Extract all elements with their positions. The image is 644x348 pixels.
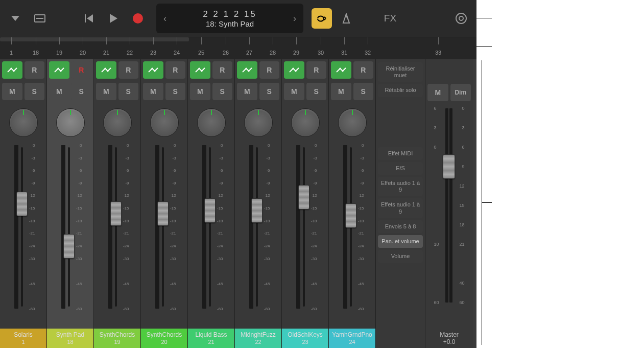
- record-enable-button[interactable]: R: [353, 61, 374, 79]
- fx-button[interactable]: FX: [380, 13, 400, 24]
- next-track-button[interactable]: ›: [293, 13, 296, 24]
- automation-button[interactable]: [331, 61, 351, 79]
- sends-button[interactable]: Envois 5 à 8: [378, 220, 423, 233]
- ruler-mark: [368, 37, 368, 44]
- channel-row1: R: [235, 59, 281, 81]
- fader-cap[interactable]: [251, 198, 263, 223]
- volume-button[interactable]: Volume: [378, 250, 423, 263]
- skip-back-button[interactable]: [79, 8, 99, 29]
- channel-label[interactable]: OldSchlKeys 23: [282, 329, 328, 348]
- fader-cap[interactable]: [204, 198, 216, 223]
- channel-label[interactable]: SynthChords 20: [141, 329, 187, 348]
- record-enable-button[interactable]: R: [118, 61, 139, 79]
- ruler-mark: [438, 37, 439, 44]
- toolbar: ‹ 2 2 1 2 15 18: Synth Pad › FX: [0, 0, 476, 37]
- channel-label[interactable]: Synth Pad 18: [47, 329, 93, 348]
- record-enable-button[interactable]: R: [25, 61, 45, 79]
- fader-cap[interactable]: [157, 201, 169, 226]
- pan-knob[interactable]: [244, 108, 273, 137]
- channel-name: OldSchlKeys: [288, 331, 323, 338]
- mute-button[interactable]: M: [2, 83, 22, 100]
- mute-button[interactable]: M: [143, 83, 163, 100]
- midi-fx-button[interactable]: Effet MIDI: [378, 147, 423, 160]
- solo-button[interactable]: S: [259, 83, 280, 100]
- pan-knob[interactable]: [9, 108, 38, 137]
- gear-icon: [456, 13, 467, 24]
- solo-button[interactable]: S: [25, 83, 45, 100]
- callout-line: [476, 46, 492, 47]
- pan-knob[interactable]: [291, 108, 320, 137]
- automation-button[interactable]: [284, 61, 304, 79]
- ruler-mark: [273, 37, 273, 44]
- mute-button[interactable]: M: [237, 83, 257, 100]
- automation-button[interactable]: [143, 61, 163, 79]
- automation-button[interactable]: [96, 61, 116, 79]
- fader-cap[interactable]: [298, 185, 309, 210]
- channel-label[interactable]: YamhGrndPno 24: [329, 329, 375, 348]
- mute-button[interactable]: M: [331, 83, 351, 100]
- record-enable-button[interactable]: R: [212, 61, 233, 79]
- ruler-mark: [153, 37, 154, 44]
- ruler-label: 1: [10, 50, 13, 56]
- record-button[interactable]: [128, 8, 148, 29]
- pan-knob[interactable]: [197, 108, 226, 137]
- automation-button[interactable]: [237, 61, 257, 79]
- channel-number: 19: [114, 339, 120, 345]
- ruler-mark: [344, 37, 345, 44]
- mute-button[interactable]: M: [96, 83, 116, 100]
- record-enable-button[interactable]: R: [71, 61, 92, 79]
- fader-area: 0-3-6-9-12-15-18-21-24-30-45-60: [282, 143, 328, 329]
- cycle-button[interactable]: [312, 8, 332, 29]
- fader-cap[interactable]: [345, 203, 356, 228]
- channel-label[interactable]: Solaris 1: [0, 329, 46, 348]
- master-mute-button[interactable]: M: [427, 84, 448, 101]
- mute-button[interactable]: M: [49, 83, 69, 100]
- channel-row2: M S: [235, 81, 281, 102]
- solo-button[interactable]: S: [118, 83, 139, 100]
- record-enable-button[interactable]: R: [259, 61, 280, 79]
- channel-name: YamhGrndPno: [332, 331, 372, 338]
- automation-button[interactable]: [2, 61, 22, 79]
- solo-button[interactable]: S: [306, 83, 327, 100]
- inbox-button[interactable]: [30, 8, 50, 29]
- pan-knob[interactable]: [150, 108, 179, 137]
- record-enable-button[interactable]: R: [306, 61, 327, 79]
- reset-solo-button[interactable]: Rétablir solo: [378, 84, 423, 97]
- view-menu-button[interactable]: [5, 8, 26, 29]
- settings-button[interactable]: [451, 8, 471, 29]
- pan-knob[interactable]: [56, 108, 85, 137]
- channel-label[interactable]: Liquid Bass 21: [188, 329, 234, 348]
- master-label: Master +0.0: [425, 329, 473, 348]
- solo-button[interactable]: S: [71, 83, 92, 100]
- level-meter: [108, 145, 112, 309]
- fader-cap[interactable]: [16, 192, 28, 216]
- audio-fx-2-button[interactable]: Effets audio 1 à 9: [378, 198, 423, 218]
- play-button[interactable]: [103, 8, 124, 29]
- mute-button[interactable]: M: [284, 83, 304, 100]
- audio-fx-1-button[interactable]: Effets audio 1 à 9: [378, 177, 423, 196]
- pan-knob[interactable]: [338, 108, 367, 137]
- pan-volume-button[interactable]: Pan. et volume: [378, 235, 423, 248]
- fader-cap[interactable]: [110, 201, 122, 226]
- solo-button[interactable]: S: [353, 83, 374, 100]
- pan-knob[interactable]: [103, 108, 132, 137]
- prev-track-button[interactable]: ‹: [163, 13, 166, 24]
- io-button[interactable]: E/S: [378, 162, 423, 175]
- automation-button[interactable]: [190, 61, 210, 79]
- master-dim-button[interactable]: Dim: [450, 84, 471, 101]
- solo-button[interactable]: S: [165, 83, 186, 100]
- fader-cap[interactable]: [63, 234, 75, 259]
- svg-point-9: [201, 71, 202, 72]
- master-fader-cap[interactable]: [443, 154, 455, 179]
- solo-button[interactable]: S: [212, 83, 233, 100]
- channel-label[interactable]: SynthChords 19: [94, 329, 140, 348]
- automation-button[interactable]: [49, 61, 69, 79]
- channel-label[interactable]: MidnghtFuzz 22: [235, 329, 281, 348]
- ruler[interactable]: 118192021222324252627282930313233: [0, 37, 476, 59]
- channel-name: Synth Pad: [56, 331, 84, 338]
- cycle-region[interactable]: [0, 37, 189, 41]
- metronome-button[interactable]: [336, 8, 356, 29]
- record-enable-button[interactable]: R: [165, 61, 186, 79]
- reset-mute-button[interactable]: Réinitialiser muet: [378, 62, 423, 82]
- mute-button[interactable]: M: [190, 83, 210, 100]
